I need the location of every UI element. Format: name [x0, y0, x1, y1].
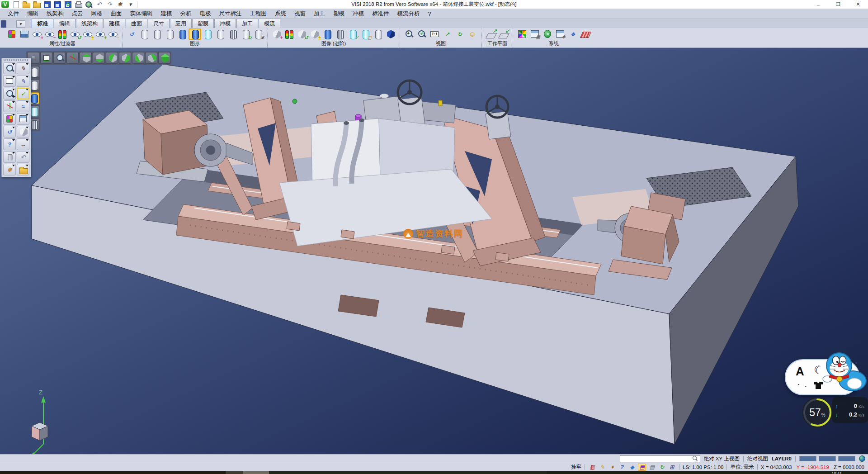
sketch-edit-icon[interactable]: ✎: [17, 62, 29, 74]
workplane-align-icon[interactable]: ↙: [497, 28, 510, 40]
advanced-toggle-icon[interactable]: ±: [308, 28, 321, 40]
wireframe-view-icon[interactable]: [138, 28, 151, 40]
snap-lock-toggle[interactable]: 拴牢: [571, 464, 581, 470]
menu-item[interactable]: 线架构: [42, 9, 68, 19]
shading-options-icon[interactable]: ✱: [252, 28, 264, 40]
frame-select-icon[interactable]: [3, 75, 16, 87]
cam-wheel-icon[interactable]: ☸: [3, 164, 16, 175]
cpu-gauge[interactable]: 57%: [800, 395, 835, 430]
save-as-icon[interactable]: [52, 0, 62, 9]
hidden-removed-view-icon[interactable]: [214, 28, 226, 40]
globe-icon[interactable]: [859, 455, 865, 462]
minimize-button[interactable]: –: [808, 0, 828, 9]
attribute-brush-icon[interactable]: [5, 28, 18, 40]
image-frame-icon[interactable]: [18, 28, 31, 40]
context-help-icon[interactable]: ?: [618, 464, 626, 471]
advanced-refresh-icon[interactable]: ↺: [296, 28, 308, 40]
select-hand-icon[interactable]: ❖: [566, 28, 579, 40]
view-mode-label[interactable]: 绝对 XY 上视图: [704, 455, 740, 462]
ribbon-tab[interactable]: 塑膜: [192, 19, 214, 28]
hide-entities-icon[interactable]: ~: [43, 28, 56, 40]
visibility-refresh-icon[interactable]: ↺: [69, 28, 81, 40]
ribbon-tab[interactable]: 尺寸: [148, 19, 170, 28]
dynamic-box-icon[interactable]: ⬒: [638, 464, 646, 471]
menu-item[interactable]: 塑模: [329, 9, 349, 19]
view-right-icon[interactable]: [145, 52, 157, 64]
zoom-fit-icon[interactable]: [40, 52, 52, 64]
dashed-hidden-view-icon[interactable]: [163, 28, 176, 40]
absolute-view-label[interactable]: 绝对视图: [747, 455, 768, 462]
more-commands-icon[interactable]: ▾: [125, 0, 135, 9]
menu-item[interactable]: 尺寸标注: [215, 9, 246, 19]
handwheel-left[interactable]: [398, 81, 425, 127]
viewport-3d[interactable]: Z ≡ ✎✎+✓≈↺?↔↶☸ 智造资料网: [0, 48, 868, 454]
pick-wand-icon[interactable]: ✎: [598, 464, 606, 471]
advanced-corner-icon[interactable]: ◻: [359, 28, 372, 40]
tools-icon[interactable]: ✱: [115, 0, 125, 9]
workplane-create-icon[interactable]: ↗: [485, 28, 497, 40]
menu-item[interactable]: 曲面: [107, 9, 126, 19]
menu-item[interactable]: 电极: [196, 9, 215, 19]
advanced-add-icon[interactable]: +: [270, 28, 283, 40]
layer-list-icon[interactable]: ▤: [648, 464, 656, 471]
view-back-icon[interactable]: [119, 52, 131, 64]
menu-item[interactable]: 冲模: [349, 9, 368, 19]
advanced-filter-icon[interactable]: [283, 28, 296, 40]
ribbon-tab[interactable]: 冲模: [214, 19, 236, 28]
advanced-striped-icon[interactable]: [334, 28, 346, 40]
shaded-edges-view-icon[interactable]: [189, 28, 201, 40]
plot-frame-icon[interactable]: ▥: [588, 464, 596, 471]
advanced-cube-icon[interactable]: [384, 28, 397, 40]
spline-edit-icon[interactable]: ≈: [17, 100, 29, 112]
print-preview-icon[interactable]: [84, 0, 94, 9]
window-layout-icon[interactable]: [17, 113, 29, 125]
menu-item[interactable]: 编辑: [23, 9, 42, 19]
translucent-view-icon[interactable]: [201, 28, 214, 40]
layer-label[interactable]: LAYER0: [772, 456, 792, 461]
desktop-widget[interactable]: A ☾ ⠂⠄: [785, 354, 868, 435]
maximize-button[interactable]: ❐: [828, 0, 848, 9]
ribbon-tab[interactable]: 应用: [170, 19, 192, 28]
visibility-toggle-icon[interactable]: ±: [81, 28, 94, 40]
delete-icon[interactable]: [3, 151, 16, 163]
textured-view-icon[interactable]: [226, 28, 239, 40]
view-left-icon[interactable]: [132, 52, 144, 64]
snap-gem-icon[interactable]: ◆: [628, 464, 636, 471]
handwheel-right[interactable]: [486, 96, 511, 139]
import-file-icon[interactable]: [32, 0, 42, 9]
menu-item[interactable]: 点云: [68, 9, 87, 19]
auto-rotate-icon[interactable]: ↻: [658, 464, 666, 471]
network-speed[interactable]: ↑ 0K/s ↓ 0.2K/s: [832, 397, 868, 423]
ribbon-tab[interactable]: 建模: [104, 19, 125, 28]
layer-color-swatch[interactable]: [838, 456, 855, 461]
menu-item[interactable]: 模流分析: [393, 9, 424, 19]
undo-step-icon[interactable]: ↶: [17, 151, 29, 163]
menu-item[interactable]: 系统: [271, 9, 290, 19]
shaded-view-icon[interactable]: [176, 28, 189, 40]
zoom-window-icon[interactable]: [53, 52, 66, 64]
advanced-wire-icon[interactable]: [372, 28, 384, 40]
help-icon[interactable]: ?: [3, 138, 16, 150]
close-button[interactable]: ✕: [848, 0, 868, 9]
new-document-icon[interactable]: [11, 0, 21, 9]
solid-cube-icon[interactable]: [17, 126, 29, 137]
ribbon-tab[interactable]: 编辑: [54, 19, 75, 28]
ucs-axis-icon[interactable]: [3, 100, 16, 112]
search-icon[interactable]: [692, 455, 698, 462]
redraw-icon[interactable]: ↺: [125, 28, 138, 40]
zoom-dynamic-icon[interactable]: +: [3, 88, 16, 100]
menu-item[interactable]: 实体编辑: [126, 9, 157, 19]
zoom-1-1-icon[interactable]: 1:1: [428, 28, 441, 40]
advanced-shaded-icon[interactable]: [321, 28, 334, 40]
redo-icon[interactable]: ↷: [104, 0, 114, 9]
ribbon-tab[interactable]: 曲面: [126, 19, 147, 28]
quick-search-input[interactable]: [620, 456, 692, 461]
view-top-icon[interactable]: [80, 52, 92, 64]
tab-dropdown-icon[interactable]: ▼: [16, 20, 25, 28]
zoom-select-icon[interactable]: [3, 62, 16, 74]
view-refresh-icon[interactable]: ↺: [3, 126, 16, 137]
ribbon-tab[interactable]: 标准: [32, 19, 53, 28]
measure-icon[interactable]: ↔: [17, 138, 29, 150]
menu-item[interactable]: 工程图: [246, 9, 271, 19]
window-config-icon[interactable]: ✱: [554, 28, 566, 40]
